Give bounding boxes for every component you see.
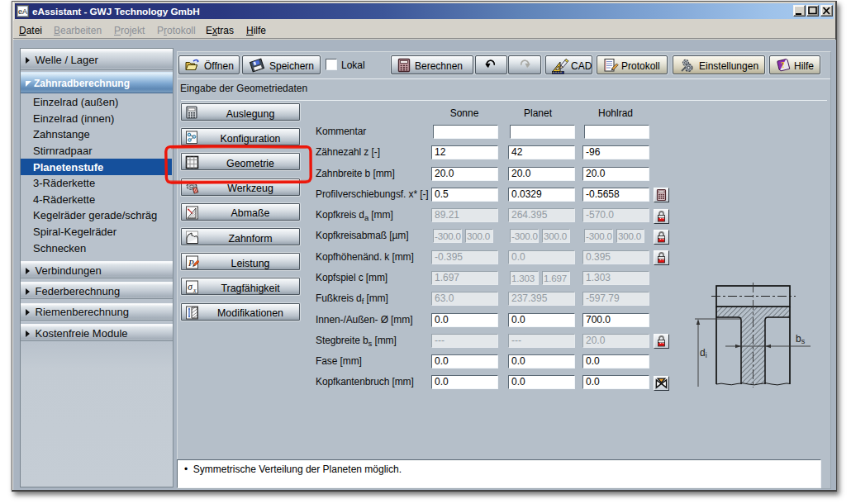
svg-text:x: x bbox=[193, 287, 197, 294]
svg-text:bs: bs bbox=[796, 333, 806, 345]
svg-text:eA: eA bbox=[18, 7, 27, 16]
svg-text:di: di bbox=[700, 347, 707, 359]
